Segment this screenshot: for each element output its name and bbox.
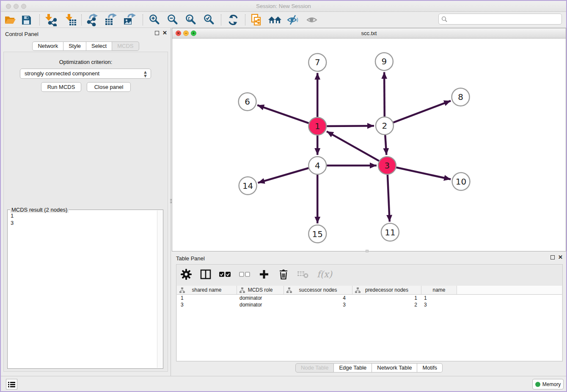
graph-edge-1-6[interactable] [257, 105, 308, 123]
hide-selected-icon[interactable] [286, 14, 300, 26]
duplicate-network-icon[interactable] [249, 14, 264, 26]
cell-shared-name[interactable]: 3 [177, 301, 237, 308]
graph-node-label-8: 8 [458, 92, 463, 102]
cell-name[interactable]: 3 [421, 301, 457, 308]
export-table-icon[interactable] [104, 14, 118, 26]
task-history-button[interactable] [6, 379, 17, 389]
network-graph[interactable]: 7968124314101511 [172, 39, 566, 251]
run-mcds-button[interactable]: Run MCDS [41, 82, 81, 92]
cell-mcds-role[interactable]: dominator [237, 301, 284, 308]
tab-network-table[interactable]: Network Table [372, 363, 417, 373]
tab-network[interactable]: Network [32, 41, 63, 51]
result-scrollbar[interactable] [157, 210, 162, 368]
column-header-successor-nodes[interactable]: successor nodes [284, 286, 352, 294]
open-session-icon[interactable] [3, 14, 17, 26]
cell-name[interactable]: 1 [421, 295, 457, 301]
graph-edge-3-11[interactable] [388, 175, 390, 222]
float-table-panel-icon[interactable] [550, 255, 555, 259]
cell-predecessor-nodes[interactable]: 2 [352, 301, 421, 308]
mcds-result-box: MCDS result (2 nodes) 1 3 [7, 210, 163, 369]
add-column-icon[interactable] [258, 268, 270, 281]
graph-edge-1-2[interactable] [327, 126, 374, 126]
float-panel-icon[interactable] [155, 31, 159, 35]
app-window: Session: New Session [1, 1, 566, 391]
criterion-dropdown[interactable]: strongly connected component ▲▼ [20, 69, 151, 79]
close-panel-icon[interactable]: ✕ [162, 31, 167, 35]
vertical-splitter-handle[interactable] [170, 199, 172, 205]
node-table-body: f(x) shared name MCDS role successor n [176, 264, 563, 362]
result-item[interactable]: 3 [11, 219, 157, 226]
first-neighbors-icon[interactable] [268, 14, 282, 26]
cell-predecessor-nodes[interactable]: 1 [352, 295, 421, 301]
control-panel-title: Control Panel [5, 31, 39, 37]
column-type-icon [179, 287, 185, 293]
column-header-name[interactable]: name [421, 286, 457, 294]
network-canvas[interactable]: 7968124314101511 [172, 39, 566, 251]
table-row[interactable]: 1 dominator 4 1 1 [177, 295, 562, 301]
tab-motifs[interactable]: Motifs [417, 363, 443, 373]
cell-mcds-role[interactable]: dominator [237, 295, 284, 301]
tab-edge-table[interactable]: Edge Table [334, 363, 372, 373]
result-item[interactable]: 1 [11, 212, 157, 219]
column-type-icon [239, 287, 245, 293]
column-label: name [432, 287, 445, 293]
graph-node-label-9: 9 [382, 56, 387, 66]
graph-edge-2-3[interactable] [385, 135, 386, 155]
search-input[interactable] [449, 14, 560, 24]
network-window-titlebar[interactable]: ✕ – + scc.txt [172, 28, 566, 39]
column-header-mcds-role[interactable]: MCDS role [237, 286, 284, 294]
tab-node-table[interactable]: Node Table [295, 363, 334, 373]
delete-columns-trash-icon[interactable] [277, 268, 290, 281]
apply-layout-icon[interactable] [226, 14, 240, 26]
select-all-icon[interactable] [219, 268, 231, 281]
graph-edge-3-10[interactable] [396, 168, 451, 179]
memory-button[interactable]: Memory [532, 379, 564, 389]
cell-successor-nodes[interactable]: 3 [284, 301, 352, 308]
cell-successor-nodes[interactable]: 4 [284, 295, 352, 301]
graph-node-label-6: 6 [245, 97, 250, 107]
show-all-icon[interactable] [305, 14, 319, 26]
zoom-selected-icon[interactable] [202, 14, 216, 26]
export-network-icon[interactable] [86, 14, 100, 26]
column-type-icon [355, 287, 361, 293]
save-session-icon[interactable] [19, 14, 33, 26]
zoom-fit-icon[interactable] [184, 14, 198, 26]
function-builder-icon[interactable]: f(x) [316, 268, 333, 281]
close-table-panel-icon[interactable]: ✕ [558, 255, 563, 259]
graph-node-label-4: 4 [315, 160, 320, 171]
export-image-icon[interactable] [123, 14, 137, 26]
table-header-row: shared name MCDS role successor nodes pr… [177, 286, 562, 295]
delete-table-icon[interactable] [297, 268, 309, 281]
column-header-shared-name[interactable]: shared name [177, 286, 237, 294]
network-view-window: ✕ – + scc.txt 7968124314101511 [172, 28, 566, 251]
column-label: shared name [192, 287, 221, 293]
zoom-in-icon[interactable] [147, 14, 162, 26]
close-panel-button[interactable]: Close panel [87, 82, 131, 92]
column-label: successor nodes [299, 287, 337, 293]
table-settings-gear-icon[interactable] [180, 268, 193, 281]
column-header-predecessor-nodes[interactable]: predecessor nodes [352, 286, 421, 294]
import-network-icon[interactable] [43, 14, 58, 26]
criterion-value: strongly connected component [25, 70, 99, 77]
tab-style[interactable]: Style [63, 41, 86, 51]
toggle-panel-columns-icon[interactable] [199, 268, 212, 281]
deselect-all-icon[interactable] [238, 268, 251, 281]
tab-mcds[interactable]: MCDS [112, 41, 139, 51]
tab-select[interactable]: Select [86, 41, 112, 51]
fx-label: f(x) [317, 269, 333, 279]
graph-edge-4-14[interactable] [258, 168, 309, 183]
session-title: Session: New Session [1, 3, 566, 9]
network-title: scc.txt [172, 30, 566, 36]
zoom-out-icon[interactable] [165, 14, 180, 26]
import-table-icon[interactable] [63, 14, 78, 26]
title-bar: Session: New Session [1, 1, 566, 12]
table-panel: Table Panel ✕ [172, 252, 566, 376]
graph-node-label-14: 14 [242, 181, 253, 191]
control-panel-tabs: Network Style Select MCDS [1, 41, 171, 51]
cell-shared-name[interactable]: 1 [177, 295, 237, 301]
graph-edge-2-9[interactable] [384, 72, 385, 116]
mcds-result-list[interactable]: 1 3 [8, 210, 157, 368]
graph-edge-3-1[interactable] [327, 131, 379, 161]
graph-edge-2-8[interactable] [393, 101, 451, 122]
table-row[interactable]: 3 dominator 3 2 3 [177, 301, 562, 308]
